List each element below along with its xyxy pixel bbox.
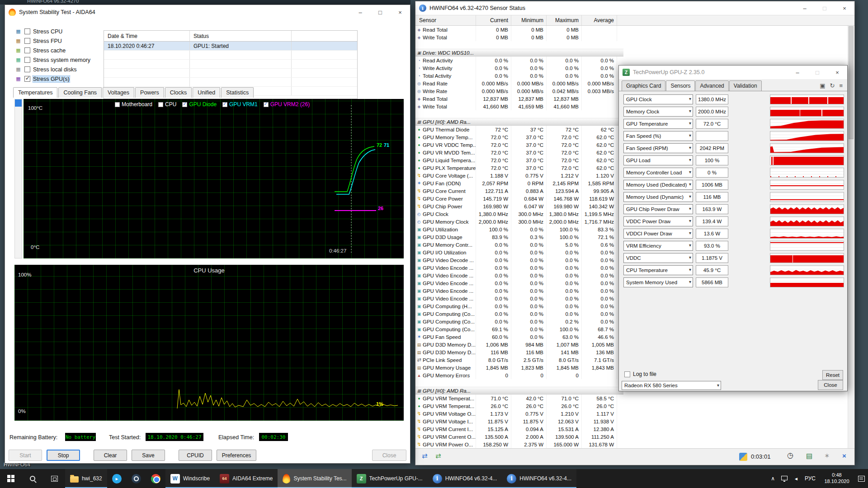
taskbar-app-button[interactable]: System Stability Tes...	[278, 469, 351, 488]
sensor-row[interactable]: GPU Memory Clock 2,000.0 MHz 300.0 MHz 2…	[415, 218, 623, 225]
sensor-row[interactable]: GPU D3D Memory D... 1,006 MB 984 MB 1,00…	[415, 341, 623, 348]
aida64-tab[interactable]: Voltages	[103, 87, 134, 98]
sensor-row[interactable]: GPU Video Encode ... 0.0 % 0.0 % 0.0 % 0…	[415, 287, 623, 295]
reset-button[interactable]: Reset	[822, 370, 843, 380]
sensor-row[interactable]: Write Rate 0.000 MB/s 0.000 MB/s 0.042 M…	[415, 87, 623, 95]
sensor-row[interactable]: GPU Fan (ODN) 2,057 RPM 0 RPM 2,145 RPM …	[415, 179, 623, 187]
sensor-row[interactable]: GPU Memory Contr... 0.0 % 0.0 % 5.0 % 0.…	[415, 241, 623, 249]
sensor-row[interactable]: GPU Video Encode ... 0.0 % 0.0 % 0.0 % 0…	[415, 279, 623, 287]
sensor-row[interactable]: GPU Memory Errors 0 0 0	[415, 371, 623, 379]
sensor-row[interactable]: GPU Core Voltage (... 1.188 V 0.775 V 1.…	[415, 172, 623, 179]
sensor-row[interactable]: GPU VRM Temperat... 71.0 °C 42.0 °C 71.0…	[415, 394, 623, 402]
stress-checkbox[interactable]	[24, 66, 30, 72]
clear-button[interactable]: Clear	[94, 450, 127, 461]
sensor-row[interactable]: PCIe Link Speed 8.0 GT/s 2.5 GT/s 8.0 GT…	[415, 356, 623, 364]
sensor-row[interactable]: GPU I/O Utilization 0.0 % 0.0 % 0.0 % 0.…	[415, 249, 623, 256]
sensor-row[interactable]: GPU Video Decode ... 0.0 % 0.0 % 0.0 % 0…	[415, 256, 623, 264]
maximize-button[interactable]: □	[807, 66, 827, 79]
sensor-row[interactable]: Drive: WDC WDS10...	[415, 49, 623, 56]
gpuz-sensor-select[interactable]: VRM Efficiency	[623, 241, 693, 251]
sensor-row[interactable]: Read Activity 0.0 % 0.0 % 0.0 % 0.0 %	[415, 56, 623, 64]
task-view-button[interactable]	[43, 469, 65, 488]
aida64-tab[interactable]: Cooling Fans	[58, 87, 102, 98]
legend-item[interactable]: Motherboard	[115, 101, 152, 108]
sensor-row[interactable]: Read Total 12,837 MB 12,837 MB 12,837 MB	[415, 95, 623, 103]
sensor-row[interactable]: GPU Video Encode ... 0.0 % 0.0 % 0.0 % 0…	[415, 295, 623, 302]
sensor-row[interactable]: GPU D3D Memory D... 116 MB 116 MB 141 MB…	[415, 348, 623, 356]
language-indicator[interactable]: РУС	[802, 469, 819, 488]
gpuz-sensor-select[interactable]: VDDCI Power Draw	[623, 229, 693, 239]
aida64-titlebar[interactable]: System Stability Test - AIDA64 – □ ×	[5, 5, 410, 19]
taskbar-app-button[interactable]: Windscribe	[165, 469, 215, 488]
sensor-row[interactable]: GPU VRM Current I... 15.125 A 0.094 A 15…	[415, 425, 623, 433]
sensor-row[interactable]: GPU Core Power 145.719 W 0.684 W 146.768…	[415, 195, 623, 202]
cpuid-button[interactable]: CPUID	[179, 450, 212, 461]
gpuz-sensor-select[interactable]: Memory Used (Dynamic)	[623, 192, 693, 202]
gpuz-sensor-select[interactable]: Memory Used (Dedicated)	[623, 180, 693, 190]
sensor-row[interactable]: Write Total 41,660 MB 41,659 MB 41,660 M…	[415, 103, 623, 110]
gpuz-sensor-select[interactable]: VDDC	[623, 253, 693, 263]
gpuz-sensor-select[interactable]: Fan Speed (RPM)	[623, 143, 693, 153]
sensor-row[interactable]: Write Activity 0.0 % 0.0 % 0.0 % 0.0 %	[415, 64, 623, 72]
stress-option-row[interactable]: Stress cache	[14, 46, 66, 55]
close-button[interactable]: ×	[827, 66, 847, 79]
gpuz-sensor-select[interactable]: GPU Temperature	[623, 119, 693, 129]
gpuz-sensor-select[interactable]: CPU Temperature	[623, 265, 693, 275]
move-values-icon[interactable]: ⇄	[435, 452, 441, 459]
stress-checkbox[interactable]	[24, 47, 30, 53]
taskbar-app-button[interactable]: hwi_632	[65, 469, 107, 488]
sensor-row[interactable]: GPU Computing (Co... 0.0 % 0.0 % 0.0 % 0…	[415, 310, 623, 318]
column-average[interactable]: Average	[582, 15, 617, 25]
swap-columns-icon[interactable]: ⇄	[422, 452, 428, 459]
sensor-row[interactable]: GPU Computing (H... 0.0 % 0.0 % 0.0 % 0.…	[415, 302, 623, 310]
gpuz-titlebar[interactable]: TechPowerUp GPU-Z 2.35.0 – □ ×	[619, 66, 847, 79]
column-status[interactable]: Status	[190, 31, 292, 41]
start-button[interactable]	[0, 469, 22, 488]
volume-tray-icon[interactable]	[791, 469, 802, 488]
sensor-row[interactable]: GPU VR VDDC Temp... 72.0 °C 37.0 °C 72.0…	[415, 141, 623, 149]
sensor-row[interactable]: GPU Clock 1,380.0 MHz 300.0 MHz 1,380.0 …	[415, 210, 623, 218]
sensor-row[interactable]: GPU Computing (Co... 0.0 % 0.0 % 0.2 % 0…	[415, 318, 623, 325]
legend-checkbox[interactable]	[115, 102, 120, 107]
sensor-row[interactable]: GPU VRM Current O... 135.500 A 2.000 A 1…	[415, 433, 623, 441]
gpuz-close-button[interactable]: Close	[818, 380, 843, 390]
stress-checkbox[interactable]	[24, 28, 30, 34]
minimize-button[interactable]: –	[350, 5, 370, 19]
minimize-button[interactable]: –	[788, 66, 807, 79]
sensor-row[interactable]: GPU Computing (Co... 69.1 % 0.0 % 100.0 …	[415, 325, 623, 333]
sensor-row[interactable]: GPU Video Encode ... 0.0 % 0.0 % 0.0 % 0…	[415, 264, 623, 272]
menu-icon[interactable]: ≡	[839, 82, 843, 89]
sensor-row[interactable]: GPU [#0]: AMD Ra...	[415, 387, 623, 394]
scrollbar-thumb[interactable]	[849, 26, 854, 139]
gpuz-sensor-select[interactable]: GPU Chip Power Draw	[623, 204, 693, 214]
column-minimum[interactable]: Minimum	[511, 15, 547, 25]
sensor-row[interactable]: GPU PLX Temperature 72.0 °C 37.0 °C 72.0…	[415, 164, 623, 172]
column-maximum[interactable]: Maximum	[547, 15, 582, 25]
sensor-row[interactable]: GPU Memory Usage 1,845 MB 1,823 MB 1,845…	[415, 364, 623, 371]
close-button[interactable]: ×	[390, 5, 410, 19]
sensors-gauge-icon[interactable]	[739, 453, 747, 461]
gpuz-sensor-select[interactable]: Fan Speed (%)	[623, 131, 693, 141]
close-sensors-icon[interactable]: ×	[842, 452, 846, 459]
sensor-row[interactable]: GPU Thermal Diode 72 °C 37 °C 72 °C 62 °…	[415, 126, 623, 133]
stress-checkbox[interactable]	[24, 57, 30, 63]
search-button[interactable]	[22, 469, 43, 488]
card-select[interactable]: Radeon RX 580 Series	[622, 381, 721, 390]
sensor-row[interactable]: GPU VRM Voltage O... 1.173 V 0.775 V 1.2…	[415, 410, 623, 418]
legend-item[interactable]: CPU	[158, 101, 176, 108]
aida64-tab[interactable]: Clocks	[165, 87, 192, 98]
sensor-row[interactable]: GPU [#0]: AMD Ra...	[415, 118, 623, 126]
maximize-button[interactable]: □	[815, 1, 835, 15]
scrollbar[interactable]	[848, 26, 854, 449]
legend-checkbox[interactable]	[158, 102, 163, 107]
gpuz-sensor-select[interactable]: Memory Clock	[623, 107, 693, 117]
sensor-row[interactable]: GPU Fan Speed 60.0 % 0.0 % 63.0 % 46.6 %	[415, 333, 623, 341]
gpuz-tab[interactable]: Validation	[729, 80, 762, 91]
sensor-row[interactable]: Read Rate 0.000 MB/s 0.000 MB/s 0.000 MB…	[415, 80, 623, 87]
aida64-tab[interactable]: Powers	[135, 87, 164, 98]
taskbar-app-button[interactable]: HWiNFO64 v6.32-4...	[502, 469, 576, 488]
sensor-row[interactable]: Read Total 0 MB 0 MB 0 MB	[415, 26, 623, 33]
legend-item[interactable]: GPU VRM2 (26)	[264, 101, 310, 108]
sensor-row[interactable]: GPU D3D Usage 83.9 % 0.3 % 100.0 % 72.1 …	[415, 233, 623, 241]
column-datetime[interactable]: Date & Time	[104, 31, 190, 41]
